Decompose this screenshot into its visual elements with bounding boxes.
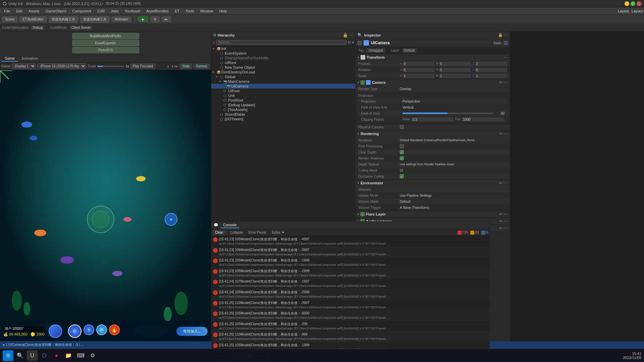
console-row-9[interactable]: [15:41:25] 105Model(Clone)鱼改变到断，剩余生命值：-2… bbox=[212, 321, 489, 332]
camera-edit-icon[interactable]: ✏ bbox=[499, 80, 502, 85]
taskbar-terminal-icon[interactable]: ⌨ bbox=[75, 350, 86, 361]
far-value[interactable]: 1000 bbox=[462, 117, 504, 122]
hierarchy-item-init[interactable]: ▾ 📦 Init bbox=[211, 46, 355, 51]
hierarchy-item-unit[interactable]: ⬡ Unit bbox=[211, 93, 355, 98]
resource-pack-tool[interactable]: 资源包构建工具 bbox=[49, 16, 78, 23]
console-tab[interactable]: Console bbox=[220, 222, 239, 228]
culling-mask-value[interactable]: UI bbox=[400, 169, 507, 172]
inspector-lock-icon[interactable]: 🔒 bbox=[498, 33, 503, 37]
console-row-3[interactable]: [15:41:23] 105Model(Clone)鱼改变到断，剩余生命值：-1… bbox=[212, 257, 489, 268]
scale-slider[interactable] bbox=[97, 66, 124, 67]
rotation-y-value[interactable]: 0 bbox=[439, 68, 471, 72]
hierarchy-item-maincamera[interactable]: ▾ 📷 MainCamera bbox=[211, 79, 355, 84]
occlusion-culling-checkbox[interactable] bbox=[400, 174, 404, 178]
taskbar-settings-icon[interactable]: ⚙ bbox=[87, 350, 98, 361]
menu-cir[interactable]: CI/R bbox=[95, 8, 107, 14]
volume-trigger-value[interactable]: A None (Transform) bbox=[400, 206, 507, 209]
fov-axis-value[interactable]: Vertical bbox=[402, 106, 504, 109]
physical-camera-checkbox[interactable] bbox=[400, 125, 404, 129]
game-viewport[interactable]: » 用户 100007 💰 90,469,000 🟡 1000 bbox=[0, 70, 211, 341]
hierarchy-more-icon[interactable]: ⋯ bbox=[349, 33, 353, 38]
clear-depth-checkbox[interactable] bbox=[400, 150, 404, 154]
near-value[interactable]: 0.3 bbox=[411, 117, 454, 122]
build-model-hotfix-btn[interactable]: BuildModelAndHotfix bbox=[72, 33, 139, 39]
console-row-6[interactable]: [15:41:24] 105Model(Clone)鱼改变到断，剩余生命值：-2… bbox=[212, 289, 489, 300]
audio-edit-icon[interactable]: ✏ bbox=[499, 219, 502, 224]
console-row-2[interactable]: [15:41:23] 106Model(Clone)鱼改变到断，剩余生命值：-3… bbox=[212, 247, 489, 258]
hierarchy-item-newgameobject[interactable]: ⬡ New Game Object bbox=[211, 65, 355, 70]
universal-edit-icon[interactable]: ✏ bbox=[499, 226, 502, 231]
taskbar-start-icon[interactable]: ⊞ bbox=[3, 350, 13, 361]
depth-texture-value[interactable]: Use settings from Render Pipeline Asset bbox=[400, 163, 507, 166]
flare-enable-checkbox[interactable] bbox=[361, 212, 365, 216]
universal-settings-icon[interactable]: ⋯ bbox=[504, 226, 508, 231]
menu-yooasset[interactable]: YooAsset bbox=[122, 8, 143, 14]
hierarchy-item-dontdestroy[interactable]: ▾ 📦 DontDestroyOnLoad bbox=[211, 70, 355, 74]
environment-settings-icon[interactable]: ⋯ bbox=[504, 181, 508, 185]
position-y-value[interactable]: 0 bbox=[439, 62, 471, 66]
et-build-editor-tab[interactable]: ET.BuildEditor bbox=[19, 16, 47, 22]
console-collapse-btn[interactable]: Collapse bbox=[228, 230, 245, 235]
post-processing-checkbox[interactable] bbox=[400, 144, 404, 148]
render-type-value[interactable]: Overlay bbox=[400, 87, 507, 91]
rendering-edit-icon[interactable]: ✏ bbox=[499, 131, 502, 136]
object-active-checkbox[interactable] bbox=[358, 41, 362, 45]
scale-y-value[interactable]: 1 bbox=[439, 74, 471, 78]
scale-x-value[interactable]: 1 bbox=[402, 74, 435, 78]
rendering-settings-icon[interactable]: ⋯ bbox=[504, 131, 508, 136]
resolution-select[interactable]: iPhone 15 (2530:1170 Aig bbox=[37, 63, 86, 69]
tab-game[interactable]: Game bbox=[1, 56, 18, 62]
hierarchy-lock-icon[interactable]: 🔒 bbox=[343, 33, 348, 38]
weapon-icon-3[interactable]: ❄ bbox=[96, 324, 107, 335]
fov-slider[interactable]: 60 bbox=[402, 112, 504, 115]
menu-tools[interactable]: Tools bbox=[183, 8, 197, 14]
hierarchy-item-global[interactable]: ▾ ⬡ Global bbox=[211, 74, 355, 79]
menu-window[interactable]: Window bbox=[198, 8, 216, 14]
menu-jobs[interactable]: Jobs bbox=[108, 8, 121, 14]
environment-edit-icon[interactable]: ✏ bbox=[499, 181, 502, 185]
console-error-pause-btn[interactable]: Error Pause bbox=[247, 230, 268, 235]
update-mode-value[interactable]: Use Pipeline Settings bbox=[400, 194, 507, 197]
step-button[interactable]: ⏭ bbox=[162, 16, 171, 22]
proto2cs-btn[interactable]: Proto2CS bbox=[72, 47, 139, 53]
weapon-icon-1[interactable]: ⚙ bbox=[68, 324, 82, 338]
hierarchy-item-uiroot[interactable]: ⬡ UIRoot bbox=[211, 88, 355, 93]
pause-button[interactable]: ⏸ bbox=[150, 16, 160, 22]
play-focused-btn[interactable]: Play Focused bbox=[130, 64, 156, 69]
tag-value[interactable]: Untagged bbox=[366, 48, 385, 53]
animator-tab[interactable]: Animator bbox=[112, 16, 131, 22]
hierarchy-item-poolroot[interactable]: ⬡ PoolRoot bbox=[211, 98, 355, 103]
environment-header[interactable]: ▾ Environment ✏ ⋯ bbox=[356, 180, 510, 186]
maximize-button[interactable] bbox=[631, 1, 635, 6]
position-x-value[interactable]: 0 bbox=[402, 62, 435, 66]
menu-edit[interactable]: Edit bbox=[13, 8, 25, 14]
hierarchy-item-dotween[interactable]: ⬡ [DOTween] bbox=[211, 117, 355, 121]
hierarchy-item-sounddatas[interactable]: ⬡ SoundDatas bbox=[211, 112, 355, 117]
menu-help[interactable]: Help bbox=[217, 8, 230, 14]
taskbar-vscode-icon[interactable]: ⬡ bbox=[39, 350, 50, 361]
taskbar-search-icon[interactable]: 🔍 bbox=[15, 350, 25, 361]
scene-tab[interactable]: Scene bbox=[2, 16, 17, 22]
weapon-icon-4[interactable]: 🔥 bbox=[109, 324, 120, 335]
gizmos-btn[interactable]: Gizmos bbox=[194, 64, 210, 69]
console-editor-btn[interactable]: Editor ▼ bbox=[270, 230, 287, 235]
stats-btn[interactable]: Stats bbox=[180, 64, 192, 69]
minimize-button[interactable] bbox=[625, 1, 629, 6]
console-row-8[interactable]: [15:41:25] 105Model(Clone)鱼改变到断，剩余生命值：-5… bbox=[212, 310, 489, 321]
hierarchy-item-changename[interactable]: ⬡ ChangeNameForYouHotfix bbox=[211, 56, 355, 60]
scale-z-value[interactable]: 1 bbox=[475, 74, 507, 78]
static-checkbox[interactable] bbox=[504, 41, 508, 45]
position-z-value[interactable]: 2 bbox=[475, 62, 507, 66]
rotation-z-value[interactable]: 0 bbox=[475, 68, 507, 72]
projection-value[interactable]: Perspective bbox=[402, 100, 504, 103]
camera-header[interactable]: ▾ Camera ✏ ⋯ bbox=[356, 79, 510, 86]
camera-enable-checkbox[interactable] bbox=[361, 80, 365, 84]
menu-file[interactable]: File bbox=[1, 8, 13, 14]
close-button[interactable] bbox=[637, 1, 641, 6]
transform-header[interactable]: ▾ Transform ⋯ bbox=[356, 54, 510, 61]
console-row-1[interactable]: [15:41:23] 105Model(Clone)鱼改变到断，剩余生命值：-4… bbox=[212, 236, 489, 247]
taskbar-file-icon[interactable]: 📁 bbox=[63, 350, 74, 361]
inspector-more-icon[interactable]: ⋯ bbox=[504, 33, 508, 37]
console-row-4[interactable]: [15:41:23] 105Model(Clone)鱼改变到断，剩余生命值：-1… bbox=[212, 268, 489, 279]
menu-gameobject[interactable]: GameObject bbox=[43, 8, 69, 14]
